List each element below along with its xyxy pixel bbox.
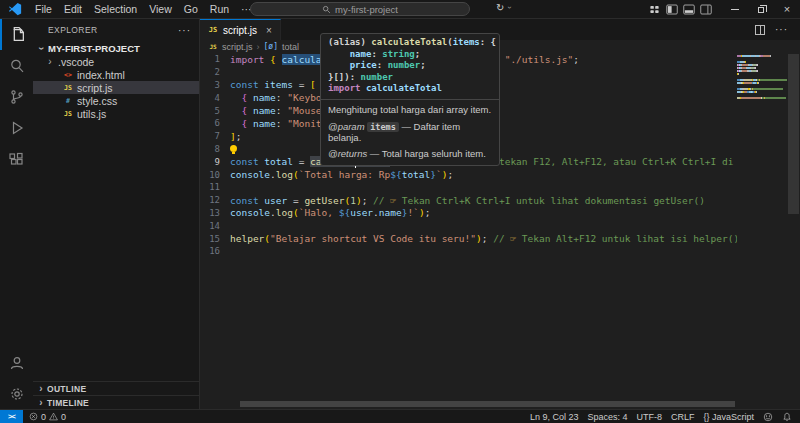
account-button[interactable] <box>0 347 33 378</box>
css-file-icon: # <box>63 97 73 105</box>
section-timeline[interactable]: ›TIMELINE <box>33 395 199 409</box>
extensions-icon <box>9 151 25 167</box>
menu-item-run[interactable]: Run <box>204 0 235 19</box>
code-token: getUser <box>304 195 344 206</box>
file-item--vscode[interactable]: ›.vscode <box>33 55 199 68</box>
remote-icon: >< <box>8 412 15 421</box>
file-list: ›.vscode<>index.htmlJSscript.js#style.cs… <box>33 55 199 120</box>
minimap-line <box>737 76 787 78</box>
code-line[interactable]: 13console.log(`Halo, ${user.name}!`); <box>200 207 737 220</box>
code-token <box>328 60 350 70</box>
language-mode[interactable]: {} JavaScript <box>703 412 754 422</box>
file-item-index-html[interactable]: <>index.html <box>33 68 199 81</box>
code-line[interactable]: 12const user = getUser(1); // ☞ Tekan Ct… <box>200 194 737 207</box>
menu-item-view[interactable]: View <box>143 0 178 19</box>
code-token: : <box>276 105 287 116</box>
code-token: number <box>388 60 421 70</box>
minimap-line <box>737 97 787 99</box>
sidebar-item-explorer[interactable] <box>0 19 33 50</box>
file-item-script-js[interactable]: JSscript.js <box>33 81 199 94</box>
sidebar-item-search[interactable] <box>0 50 33 81</box>
feedback-button[interactable] <box>763 412 773 422</box>
restore-button[interactable] <box>748 0 774 19</box>
line-number: 14 <box>200 221 220 231</box>
problems-status[interactable]: 0 0 <box>29 412 66 422</box>
remote-indicator[interactable]: >< <box>0 410 23 423</box>
menu-item-file[interactable]: File <box>29 0 58 19</box>
indentation[interactable]: Spaces: 4 <box>587 412 627 422</box>
toggle-panel-button[interactable] <box>680 0 697 19</box>
breadcrumb-file[interactable]: script.js <box>222 42 253 52</box>
chevron-right-icon: › <box>37 383 45 394</box>
minimap-line <box>737 85 787 87</box>
code-token: ; <box>236 131 242 142</box>
code-token <box>230 92 241 103</box>
section-outline[interactable]: ›OUTLINE <box>33 381 199 395</box>
breadcrumb-symbol[interactable]: total <box>282 42 299 52</box>
minimap-token <box>742 55 750 57</box>
breadcrumb[interactable]: JS script.js › [ø] total <box>200 40 800 53</box>
lightbulb-icon[interactable] <box>230 145 237 152</box>
code-line[interactable]: 14 <box>200 219 737 232</box>
close-button[interactable]: × <box>774 0 800 19</box>
code-token: name <box>253 105 276 116</box>
line-number: 11 <box>200 182 220 192</box>
toggle-secondary-sidebar-button[interactable] <box>697 0 714 19</box>
line-content <box>230 143 240 154</box>
minimap[interactable] <box>737 55 787 403</box>
file-item-style-css[interactable]: #style.css <box>33 94 199 107</box>
settings-button[interactable] <box>0 378 33 409</box>
code-token: ; <box>362 195 373 206</box>
code-line[interactable]: 10console.log(`Total harga: Rp${total}`)… <box>200 168 737 181</box>
file-label: index.html <box>77 69 125 81</box>
cursor-position[interactable]: Ln 9, Col 23 <box>530 412 579 422</box>
minimize-button[interactable] <box>722 0 748 19</box>
toggle-sidebar-button[interactable] <box>663 0 680 19</box>
tab-close-icon[interactable]: × <box>266 25 272 36</box>
warning-count: 0 <box>61 412 66 422</box>
code-token: }[]): <box>328 72 361 82</box>
code-token: log <box>276 207 293 218</box>
menu-item-selection[interactable]: Selection <box>88 0 143 19</box>
code-token: name <box>379 207 402 218</box>
code-token: = <box>287 195 304 206</box>
file-item-utils-js[interactable]: JSutils.js <box>33 107 199 120</box>
hover-tooltip: (alias) calculateTotal(items: { name: st… <box>320 33 500 166</box>
chevron-down-icon: › <box>505 4 514 12</box>
code-line[interactable]: 16 <box>200 245 737 258</box>
sidebar-item-run-debug[interactable] <box>0 112 33 143</box>
customize-layout-button[interactable] <box>646 0 663 19</box>
menu-item-edit[interactable]: Edit <box>58 0 88 19</box>
project-root-folder[interactable]: › MY-FIRST-PROJECT <box>33 41 199 55</box>
scrollbar-thumb[interactable] <box>788 54 799 214</box>
status-bar: >< 0 0 Ln 9, Col 23 Spaces: 4 UTF-8 CRLF… <box>0 409 800 423</box>
code-line[interactable]: 11 <box>200 181 737 194</box>
line-number: 13 <box>200 208 220 218</box>
sync-button[interactable]: ↻ › <box>496 2 513 13</box>
explorer-more-actions-button[interactable]: ··· <box>178 25 191 36</box>
eol-sequence[interactable]: CRLF <box>671 412 695 422</box>
line-number: 16 <box>200 246 220 256</box>
line-number: 12 <box>200 195 220 205</box>
sidebar-item-source-control[interactable] <box>0 81 33 112</box>
error-icon <box>29 412 38 421</box>
more-actions-icon[interactable]: ··· <box>775 24 788 35</box>
code-token: const <box>230 79 264 90</box>
js-file-icon: JS <box>63 110 73 118</box>
sidebar-item-extensions[interactable] <box>0 143 33 174</box>
line-number: 2 <box>200 67 220 77</box>
notifications-button[interactable] <box>782 412 792 422</box>
line-content: helper("Belajar shortcut VS Code itu ser… <box>230 233 737 244</box>
signature-line: price: number; <box>328 60 492 72</box>
vertical-scrollbar[interactable] <box>787 40 800 422</box>
code-line[interactable]: 15helper("Belajar shortcut VS Code itu s… <box>200 232 737 245</box>
code-token: console <box>230 207 270 218</box>
horizontal-scrollbar[interactable] <box>240 401 735 407</box>
encoding[interactable]: UTF-8 <box>636 412 662 422</box>
tab-script-js[interactable]: JS script.js × <box>200 19 281 40</box>
code-token: `Total harga: Rp <box>299 169 391 180</box>
menu-item-go[interactable]: Go <box>178 0 204 19</box>
line-number: 4 <box>200 93 220 103</box>
search-input[interactable]: my-first-project <box>250 2 470 16</box>
split-editor-icon[interactable] <box>755 25 765 35</box>
